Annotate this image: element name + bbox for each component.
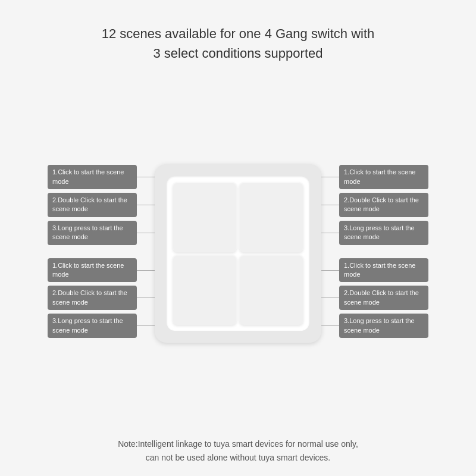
switch-button-bl[interactable] xyxy=(173,255,237,325)
right-top-label-3: 3.Long press to start the scene mode xyxy=(321,221,428,245)
left-top-label-3: 3.Long press to start the scene mode xyxy=(48,221,155,245)
left-bottom-label-2: 2.Double Click to start the scene mode xyxy=(48,286,155,310)
title-line1: 12 scenes available for one 4 Gang switc… xyxy=(102,26,375,41)
left-bottom-label-1: 1.Click to start the scene mode xyxy=(48,258,155,283)
right-bottom-label-2: 2.Double Click to start the scene mode xyxy=(321,286,428,310)
title-line2: 3 select conditions supported xyxy=(154,46,323,61)
switch-button-tr[interactable] xyxy=(239,182,303,252)
switch-outer-frame xyxy=(155,164,321,343)
main-diagram: 1.Click to start the scene mode 2.Double… xyxy=(0,81,476,425)
right-top-label-2: 2.Double Click to start the scene mode xyxy=(321,193,428,217)
right-top-label-1: 1.Click to start the scene mode xyxy=(321,165,428,189)
left-top-label-2: 2.Double Click to start the scene mode xyxy=(48,193,155,217)
switch-inner-grid xyxy=(167,176,309,331)
left-top-label-1: 1.Click to start the scene mode xyxy=(48,165,155,189)
right-bottom-label-1: 1.Click to start the scene mode xyxy=(321,258,428,283)
left-bottom-label-3: 3.Long press to start the scene mode xyxy=(48,314,155,338)
switch-button-br[interactable] xyxy=(239,255,303,325)
note-text: Note:Intelligent linkage to tuya smart d… xyxy=(94,437,382,464)
left-labels: 1.Click to start the scene mode 2.Double… xyxy=(48,165,155,342)
switch-device xyxy=(155,164,321,343)
switch-button-tl[interactable] xyxy=(173,182,237,252)
right-bottom-label-3: 3.Long press to start the scene mode xyxy=(321,314,428,338)
page-title: 12 scenes available for one 4 Gang switc… xyxy=(102,24,375,63)
right-labels: 1.Click to start the scene mode 2.Double… xyxy=(321,165,428,342)
